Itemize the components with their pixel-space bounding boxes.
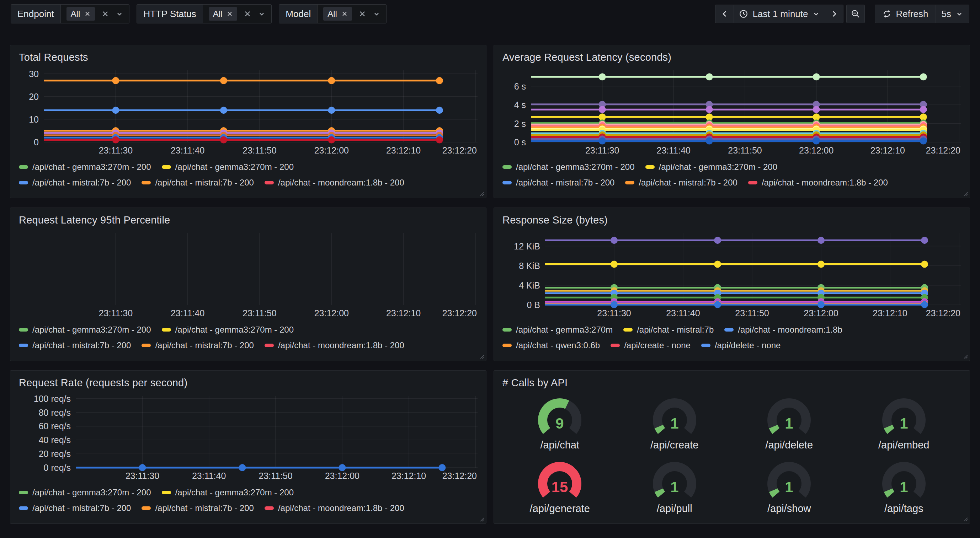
- legend-color: [19, 344, 28, 347]
- legend-item[interactable]: /api/chat - mistral:7b - 200: [625, 178, 737, 187]
- panel-resize-handle[interactable]: [479, 190, 484, 196]
- panel-title[interactable]: Request Rate (requests per second): [19, 377, 477, 389]
- legend-item[interactable]: /api/chat - moondream:1.8b - 200: [264, 340, 404, 351]
- refresh-interval-button[interactable]: 5s: [935, 5, 969, 23]
- panel-title[interactable]: Response Size (bytes): [503, 214, 961, 226]
- legend-label: /api/chat - mistral:7b - 200: [639, 178, 737, 187]
- legend-label: /api/chat - mistral:7b - 200: [516, 178, 614, 187]
- panel-title[interactable]: Average Request Latency (seconds): [503, 52, 961, 63]
- gauge-label: /api/tags: [885, 503, 923, 514]
- legend-item[interactable]: /api/chat - moondream:1.8b - 200: [264, 178, 404, 187]
- x-axis-label: 23:12:10: [873, 308, 907, 318]
- legend-color: [645, 165, 655, 169]
- x-axis-label: 23:12:00: [803, 308, 838, 318]
- chip-remove-icon[interactable]: [341, 11, 348, 17]
- legend-item[interactable]: /api/chat - mistral:7b - 200: [142, 503, 253, 513]
- legend-item[interactable]: /api/chat - gemma3:270m - 200: [162, 325, 294, 335]
- legend-item[interactable]: /api/chat - moondream:1.8b: [724, 325, 842, 335]
- legend-item[interactable]: /api/chat - gemma3:270m: [503, 325, 612, 335]
- time-range-label: Last 1 minute: [752, 8, 808, 19]
- x-axis-label: 23:11:40: [666, 308, 700, 318]
- filter-model-value[interactable]: All: [318, 5, 386, 23]
- legend-item[interactable]: /api/chat - gemma3:270m - 200: [19, 487, 151, 497]
- legend-item[interactable]: /api/chat - mistral:7b - 200: [503, 178, 614, 187]
- gauge: 1/api/delete: [732, 392, 846, 451]
- chip-remove-icon[interactable]: [84, 11, 91, 17]
- legend-item[interactable]: /api/create - none: [611, 340, 690, 351]
- panel-title[interactable]: Total Requests: [19, 52, 477, 63]
- panel-resize-handle[interactable]: [962, 190, 968, 196]
- gauge: 1/api/embed: [846, 392, 961, 451]
- filter-http-status-value[interactable]: All: [203, 5, 272, 23]
- x-axis-label: 23:12:20: [926, 145, 961, 155]
- y-axis-label: 0 s: [514, 137, 526, 147]
- panel-resize-handle[interactable]: [962, 353, 968, 359]
- gauge-label: /api/delete: [765, 439, 813, 451]
- legend-item[interactable]: /api/chat - gemma3:270m - 200: [19, 325, 151, 335]
- data-point: [818, 301, 825, 308]
- legend-item[interactable]: /api/chat - qwen3:0.6b: [503, 340, 600, 351]
- legend-item[interactable]: /api/chat - gemma3:270m - 200: [645, 162, 778, 172]
- panel-title[interactable]: # Calls by API: [503, 377, 961, 389]
- legend-item[interactable]: /api/chat - mistral:7b - 200: [142, 178, 253, 187]
- y-axis-label: 0 B: [527, 300, 540, 310]
- chevron-down-icon[interactable]: [373, 10, 380, 18]
- legend-item[interactable]: /api/delete - none: [701, 340, 781, 351]
- x-axis-label: 23:11:30: [597, 308, 631, 318]
- filter-endpoint-value[interactable]: All: [61, 5, 129, 23]
- gauge-value: 9: [556, 415, 564, 432]
- time-forward-button[interactable]: [825, 5, 843, 23]
- panel-resize-handle[interactable]: [479, 516, 484, 522]
- legend-item[interactable]: /api/chat - moondream:1.8b - 200: [264, 503, 404, 513]
- filter-model-chip[interactable]: All: [323, 7, 352, 21]
- panel-title[interactable]: Request Latency 95th Percentile: [19, 214, 477, 226]
- gauge: 1/api/create: [617, 392, 732, 451]
- legend-color: [264, 344, 274, 347]
- y-axis-label: 4 s: [514, 100, 526, 110]
- data-point: [436, 106, 443, 114]
- x-axis-label: 23:11:50: [728, 145, 762, 155]
- legend-item[interactable]: /api/chat - mistral:7b - 200: [19, 503, 131, 513]
- panel-resize-handle[interactable]: [962, 516, 968, 522]
- time-back-button[interactable]: [715, 5, 733, 23]
- data-point: [328, 106, 335, 114]
- filter-clear-icon[interactable]: [358, 10, 366, 18]
- chevron-down-icon[interactable]: [258, 10, 266, 18]
- data-point: [611, 261, 618, 268]
- x-axis-label: 23:12:20: [442, 308, 477, 318]
- legend-item[interactable]: /api/chat - gemma3:270m - 200: [162, 162, 294, 172]
- gauge-label: /api/generate: [530, 503, 590, 514]
- filter-endpoint-chip[interactable]: All: [67, 7, 95, 21]
- legend-item[interactable]: /api/chat - mistral:7b - 200: [19, 340, 131, 351]
- legend-item[interactable]: /api/chat - mistral:7b - 200: [19, 178, 131, 187]
- refresh-button[interactable]: Refresh: [875, 5, 935, 23]
- legend-item[interactable]: /api/chat - mistral:7b: [624, 325, 714, 335]
- gauge-value: 1: [785, 415, 793, 432]
- data-point: [436, 136, 443, 144]
- gauge-grid: 9/api/chat1/api/create1/api/delete1/api/…: [503, 392, 961, 514]
- legend-item[interactable]: /api/chat - gemma3:270m - 200: [19, 162, 151, 172]
- legend-label: /api/chat - gemma3:270m - 200: [175, 325, 294, 335]
- chart-canvas: 0 B4 KiB8 KiB12 KiB23:11:3023:11:4023:11…: [503, 230, 961, 319]
- filter-clear-icon[interactable]: [243, 10, 251, 18]
- legend-item[interactable]: /api/chat - gemma3:270m - 200: [162, 487, 294, 497]
- gauge-value: 1: [900, 479, 908, 495]
- chip-remove-icon[interactable]: [226, 11, 233, 17]
- filter-http-status-chip[interactable]: All: [209, 7, 237, 21]
- refresh-label: Refresh: [896, 8, 928, 19]
- legend-item[interactable]: /api/chat - moondream:1.8b - 200: [748, 178, 888, 187]
- legend-color: [503, 328, 512, 332]
- zoom-out-button[interactable]: [846, 5, 865, 23]
- time-range-button[interactable]: Last 1 minute: [733, 5, 825, 23]
- gauge-label: /api/create: [651, 439, 698, 451]
- y-axis-label: 0 req/s: [44, 463, 71, 473]
- legend-item[interactable]: /api/chat - mistral:7b - 200: [142, 340, 253, 351]
- legend-item[interactable]: /api/chat - gemma3:270m - 200: [503, 162, 635, 172]
- zoom-out-icon: [851, 9, 860, 19]
- filter-chip-text: All: [328, 9, 337, 19]
- x-axis-label: 23:11:40: [171, 308, 204, 318]
- x-axis-label: 23:12:00: [799, 145, 834, 155]
- chevron-down-icon[interactable]: [116, 10, 123, 18]
- filter-clear-icon[interactable]: [101, 10, 109, 18]
- panel-resize-handle[interactable]: [479, 353, 484, 359]
